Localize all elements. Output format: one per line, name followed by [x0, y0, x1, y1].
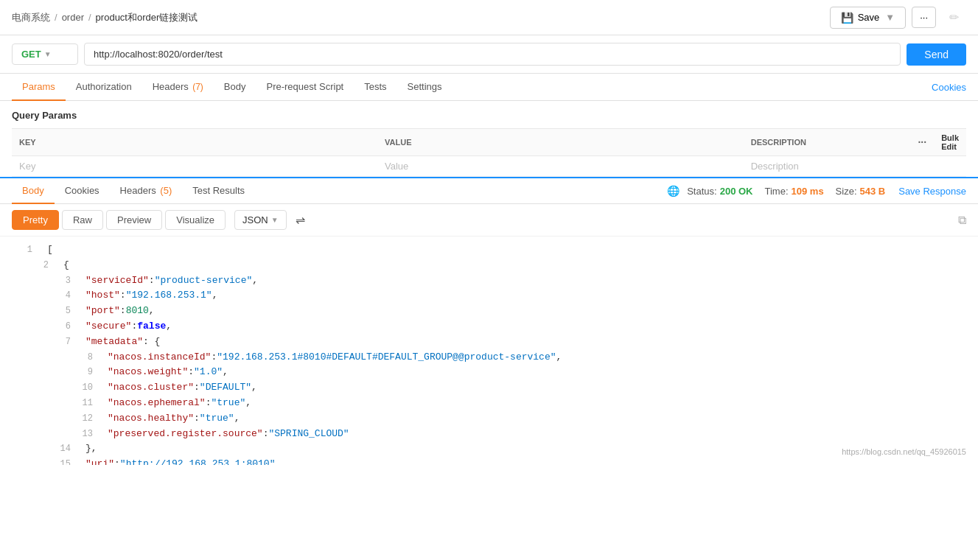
params-table: KEY VALUE DESCRIPTION ··· Bulk Edit: [12, 128, 966, 177]
param-key-input[interactable]: [19, 161, 370, 172]
json-line-10: 10 "nacos.cluster" : "DEFAULT" ,: [0, 380, 978, 396]
response-status-bar: 🌐 Status: 200 OK Time: 109 ms Size: 543 …: [667, 178, 966, 203]
method-select[interactable]: GET ▼: [12, 43, 78, 65]
tab-settings[interactable]: Settings: [397, 74, 453, 101]
query-params-section: Query Params KEY VALUE DESCRIPTION ··· B…: [0, 101, 978, 177]
format-selector[interactable]: JSON ▼: [234, 210, 287, 230]
save-button[interactable]: 💾 Save ▼: [830, 7, 907, 29]
send-button[interactable]: Send: [907, 43, 966, 66]
time-label: Time:: [764, 186, 788, 197]
fmt-visualize[interactable]: Visualize: [165, 210, 226, 230]
json-line-8: 8 "nacos.instanceId" : "192.168.253.1#80…: [0, 350, 978, 365]
watermark: https://blog.csdn.net/qq_45926015: [842, 446, 966, 459]
fmt-preview[interactable]: Preview: [106, 210, 162, 230]
res-tab-cookies[interactable]: Cookies: [55, 178, 110, 204]
json-line-7: 7 "metadata" : {: [0, 335, 978, 350]
response-tabs-bar: Body Cookies Headers (5) Test Results 🌐 …: [0, 178, 978, 204]
res-tab-headers[interactable]: Headers (5): [110, 178, 183, 204]
query-params-title: Query Params: [12, 110, 966, 121]
json-line-14: 14 },: [0, 441, 978, 457]
save-response-link[interactable]: Save Response: [898, 186, 966, 197]
time-value: 109 ms: [792, 186, 824, 197]
method-label: GET: [21, 49, 41, 60]
json-line-11: 11 "nacos.ephemeral" : "true" ,: [0, 396, 978, 411]
format-dropdown-icon: ▼: [271, 216, 279, 224]
col-value: VALUE: [377, 129, 744, 156]
url-bar: GET ▼ Send: [0, 35, 978, 74]
url-input[interactable]: [84, 43, 901, 66]
col-bulk[interactable]: Bulk Edit: [934, 129, 966, 156]
fmt-raw[interactable]: Raw: [62, 210, 103, 230]
size-value: 543 B: [860, 186, 886, 197]
top-actions: 💾 Save ▼ ··· ✏: [830, 6, 966, 29]
breadcrumb-sep1: /: [55, 12, 57, 23]
cookies-link[interactable]: Cookies: [932, 74, 966, 100]
col-desc: DESCRIPTION: [744, 129, 911, 156]
breadcrumb-part2[interactable]: order: [62, 12, 84, 23]
tab-body[interactable]: Body: [214, 74, 256, 101]
json-line-3: 3 "serviceId" : "product-service" ,: [0, 273, 978, 289]
json-line-1: 1 [: [0, 242, 978, 258]
breadcrumb-current: product和order链接测试: [96, 11, 198, 24]
format-bar: Pretty Raw Preview Visualize JSON ▼ ⇌ ⧉: [0, 204, 978, 237]
breadcrumb: 电商系统 / order / product和order链接测试: [12, 11, 198, 24]
copy-icon[interactable]: ⧉: [958, 214, 966, 227]
breadcrumb-sep2: /: [88, 12, 91, 23]
json-line-4: 4 "host" : "192.168.253.1" ,: [0, 288, 978, 304]
edit-button[interactable]: ✏: [942, 6, 966, 29]
tab-tests[interactable]: Tests: [354, 74, 397, 101]
more-button[interactable]: ···: [912, 7, 936, 28]
tab-pre-request[interactable]: Pre-request Script: [256, 74, 354, 101]
status-value: 200 OK: [720, 186, 753, 197]
json-line-6: 6 "secure" : false ,: [0, 319, 978, 335]
edit-icon: ✏: [949, 11, 959, 24]
fmt-pretty[interactable]: Pretty: [12, 210, 59, 230]
param-desc-input[interactable]: [751, 161, 904, 172]
json-line-5: 5 "port" : 8010 ,: [0, 304, 978, 319]
tab-authorization[interactable]: Authorization: [66, 74, 142, 101]
json-line-13: 13 "preserved.register.source" : "SPRING…: [0, 427, 978, 442]
json-line-9: 9 "nacos.weight" : "1.0" ,: [0, 365, 978, 380]
status-label: Status:: [687, 186, 716, 197]
save-icon: 💾: [841, 12, 853, 24]
save-dropdown-icon[interactable]: ▼: [885, 12, 895, 23]
method-dropdown-icon: ▼: [44, 50, 52, 58]
response-section: Body Cookies Headers (5) Test Results 🌐 …: [0, 177, 978, 465]
json-line-15: 15 "uri" : "http://192.168.253.1:8010" ,: [0, 457, 978, 465]
globe-icon: 🌐: [667, 185, 680, 197]
breadcrumb-part1[interactable]: 电商系统: [12, 11, 50, 24]
col-more: ···: [910, 129, 934, 156]
tab-headers[interactable]: Headers (7): [142, 74, 214, 101]
json-viewer: 1 [ 2 { 3 "serviceId" : "product-service…: [0, 237, 978, 465]
tab-params[interactable]: Params: [12, 74, 66, 101]
request-tabs: Params Authorization Headers (7) Body Pr…: [0, 74, 978, 101]
res-tab-test-results[interactable]: Test Results: [182, 178, 255, 204]
format-label: JSON: [242, 214, 268, 225]
json-line-2: 2 {: [0, 258, 978, 273]
params-row-empty: [12, 156, 966, 177]
json-line-12: 12 "nacos.healthy" : "true" ,: [0, 411, 978, 427]
save-label: Save: [858, 12, 880, 23]
col-key: KEY: [12, 129, 377, 156]
param-value-input[interactable]: [385, 161, 736, 172]
size-label: Size:: [836, 186, 857, 197]
res-tab-body[interactable]: Body: [12, 178, 55, 204]
wrap-icon[interactable]: ⇌: [296, 213, 305, 227]
top-bar: 电商系统 / order / product和order链接测试 💾 Save …: [0, 0, 978, 35]
